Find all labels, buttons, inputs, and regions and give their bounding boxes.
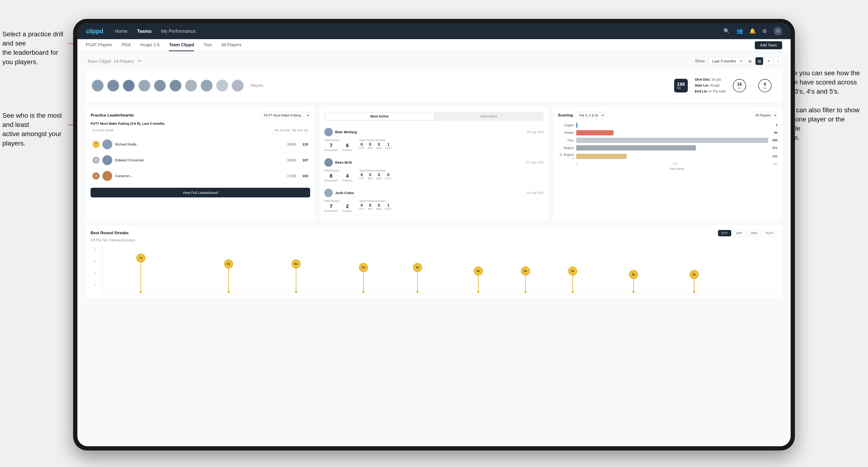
total-rounds-label-1: Total Rounds [324, 139, 352, 142]
sort-btn[interactable]: ↕ [774, 57, 782, 65]
drill-select[interactable]: PUTT Must Make Putting... [260, 112, 310, 119]
streak-pin: 4x [521, 267, 530, 293]
rank-badge-2: 2 [92, 157, 99, 164]
scoring-header: Scoring Par 3, 4 & 5s All Players [558, 112, 777, 119]
streak-pin-line [633, 279, 634, 291]
player-avatar-circle[interactable] [200, 80, 213, 92]
player-avatar-1 [102, 139, 112, 149]
streak-pin: 4x [568, 267, 577, 293]
streak-pin: 4x [474, 267, 483, 293]
birdies-bar-container [576, 130, 770, 135]
player-activity-header: Blair McHarg 26 Aug 2023 [324, 128, 544, 136]
view-icons: ⊞ ▤ ≡ ↕ [746, 57, 782, 65]
player-score-3: 17/20 [283, 174, 296, 178]
list-view-btn[interactable]: ▤ [755, 57, 763, 65]
player-avatar-circle[interactable] [231, 80, 244, 92]
streak-pin: 3x [629, 270, 638, 293]
player-avatar-circle[interactable] [92, 80, 104, 92]
bell-icon[interactable]: 🔔 [749, 28, 756, 34]
rank-badge-3: 3 [92, 173, 99, 180]
filter-arg-btn[interactable]: ARG [747, 230, 761, 236]
chart-x-axis: 0 200 400 [558, 162, 777, 165]
player-avatar-3 [102, 171, 112, 181]
pars-val: 499 [772, 138, 777, 142]
chart-row-bogeys: Bogeys 311 [558, 145, 777, 151]
table-row: 2 Edward Crossman 18/20 107 [91, 152, 310, 168]
dbogeys-val: 131 [772, 154, 777, 158]
player-score-1: 19/20 [283, 142, 296, 146]
par-filter-select[interactable]: Par 3, 4 & 5s [576, 112, 605, 119]
leaderboard-title: Practice Leaderboards [91, 113, 134, 118]
settings-icon[interactable]: ⚙ [762, 28, 767, 34]
lb-table-header: PLAYER NAME PB SCORE PB AVG SQ [91, 129, 310, 134]
player-avatar-circle[interactable] [138, 80, 151, 92]
player-avatar-circle[interactable] [185, 80, 197, 92]
player-avatar-circle[interactable] [216, 80, 228, 92]
nav-link-home[interactable]: Home [115, 29, 128, 34]
player-avatar-circle[interactable] [123, 80, 135, 92]
streak-pins: 7x 6x 6x 5x 5x 4x 4x 4x [102, 246, 777, 293]
detail-view-btn[interactable]: ≡ [765, 57, 773, 65]
streaks-chart-area: 8 6 4 2 7x 6x 6x 5x 5x [102, 246, 777, 293]
subnav-pgat[interactable]: PGAT Players [86, 39, 112, 51]
player-act-name-2: Rees Britt [335, 160, 352, 164]
add-team-button[interactable]: Add Team [755, 41, 782, 49]
player-act-avatar-2 [324, 158, 333, 167]
y-label-base: 2 [94, 283, 96, 286]
subnav: PGAT Players PGA Hcaps 1-5 Team Clippd T… [78, 39, 790, 52]
filter-putt-btn[interactable]: PUTT [762, 230, 777, 236]
player-name-2: Edward Crossman [115, 158, 280, 162]
player-activity-header-3: Josh Coles 26 Aug 2023 [324, 189, 544, 197]
streak-pin: 5x [413, 263, 422, 293]
player-avg-2: 107 [299, 158, 308, 162]
search-icon[interactable]: 🔍 [723, 28, 730, 34]
rank-badge-1: 🥇 [92, 141, 99, 148]
table-row: 🥇 Richard Butle... 19/20 110 [91, 136, 310, 152]
nav-link-teams[interactable]: Teams [137, 29, 152, 34]
pars-bar-container [576, 138, 769, 143]
subnav-hcaps[interactable]: Hcaps 1-5 [140, 39, 159, 51]
streak-pin: 6x [291, 259, 301, 293]
player-act-avatar-3 [324, 189, 333, 197]
player-activity-row: Blair McHarg 26 Aug 2023 Total Rounds 7 [324, 125, 544, 155]
player-avatar-circle[interactable] [169, 80, 182, 92]
subnav-team-clippd[interactable]: Team Clippd [169, 39, 194, 51]
subnav-all-players[interactable]: All Players [221, 39, 241, 51]
player-act-date-2: 02 Sep 2023 [526, 161, 544, 164]
annotation-scoring: Here you can see how the team have score… [783, 68, 863, 143]
least-active-tab[interactable]: Least Active [434, 113, 543, 120]
streak-pin-dot [416, 291, 418, 293]
avatar[interactable]: U [774, 27, 782, 35]
player-avatar-circle[interactable] [107, 80, 119, 92]
streak-pin-line [417, 272, 418, 291]
streak-pin-dot [140, 291, 142, 293]
streak-pin-label: 3x [629, 270, 638, 279]
subnav-pga[interactable]: PGA [122, 39, 131, 51]
subnav-tour[interactable]: Tour [204, 39, 212, 51]
chart-row-eagles: Eagles 3 [558, 123, 777, 128]
activity-card: Most Active Least Active Blair McHarg 26… [319, 107, 549, 220]
player-act-name-1: Blair McHarg [335, 130, 357, 134]
view-full-leaderboard-button[interactable]: View Full Leaderboard [91, 188, 310, 197]
most-active-tab[interactable]: Most Active [325, 113, 434, 120]
player-avatar-circle[interactable] [154, 80, 166, 92]
player-score-2: 18/20 [283, 158, 296, 162]
streak-pin-dot [228, 291, 229, 293]
streak-pin: 5x [359, 263, 368, 293]
grid-view-btn[interactable]: ⊞ [746, 57, 754, 65]
nav-link-performance[interactable]: My Performance [161, 29, 196, 34]
streak-pin-line [228, 269, 229, 291]
edit-team-icon[interactable]: ✏ [138, 59, 142, 64]
dbogeys-bar-container [576, 154, 769, 159]
players-filter-select[interactable]: All Players [752, 112, 777, 119]
pars-label: Pars [558, 138, 574, 142]
filter-app-btn[interactable]: APP [733, 230, 746, 236]
filter-ott-btn[interactable]: OTT [718, 230, 731, 236]
bogeys-bar [576, 145, 696, 151]
practice-label-1: Practice [343, 149, 352, 151]
player-act-date-1: 26 Aug 2023 [526, 130, 544, 134]
users-icon[interactable]: 👥 [736, 28, 743, 34]
show-period-select[interactable]: Last 3 months [708, 57, 743, 65]
show-label: Show: [695, 59, 706, 63]
tablet-frame: clippd Home Teams My Performance 🔍 👥 🔔 ⚙… [73, 19, 795, 450]
